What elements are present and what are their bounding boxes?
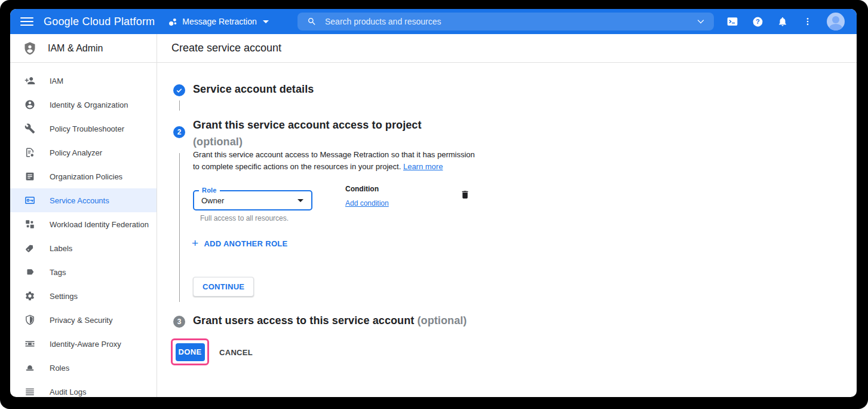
- step2-description: Grant this service account access to Mes…: [193, 149, 475, 173]
- done-button[interactable]: DONE: [176, 343, 205, 361]
- stepper-connector: [179, 153, 180, 302]
- sidebar-item-policy-analyzer[interactable]: Policy Analyzer: [10, 141, 157, 164]
- tag-icon: [24, 267, 35, 277]
- step2-circle: 2: [173, 126, 185, 138]
- role-select-value: Owner: [201, 196, 297, 205]
- subheader-row: IAM & Admin Create service account: [10, 34, 857, 63]
- role-helper-text: Full access to all resources.: [200, 214, 289, 222]
- sidebar-item-iam[interactable]: IAM: [10, 69, 157, 93]
- window-frame: Google Cloud Platform Message Retraction…: [0, 0, 868, 409]
- sidebar-title: IAM & Admin: [48, 43, 103, 54]
- document-lines-icon: [24, 171, 35, 182]
- create-service-account-form: Service account details 2 Grant this ser…: [157, 63, 857, 397]
- more-vert-icon[interactable]: [802, 16, 814, 28]
- project-name: Message Retraction: [182, 17, 257, 26]
- check-circle-icon: [173, 84, 185, 96]
- plus-icon: +: [192, 239, 198, 248]
- trash-icon[interactable]: [460, 189, 470, 200]
- sidebar-item-audit-logs[interactable]: Audit Logs: [10, 380, 157, 397]
- role-select[interactable]: Role Owner: [193, 190, 312, 210]
- sidebar-header: IAM & Admin: [10, 34, 157, 62]
- page-title: Create service account: [171, 42, 281, 54]
- sidebar-item-privacy-security[interactable]: Privacy & Security: [10, 308, 157, 332]
- product-name[interactable]: Google Cloud Platform: [44, 16, 155, 28]
- avatar[interactable]: [827, 13, 845, 30]
- step3-title: Grant users access to this service accou…: [193, 315, 467, 327]
- shield-icon: [24, 315, 35, 325]
- project-icon: [168, 17, 178, 27]
- gear-icon: [24, 291, 35, 301]
- done-button-highlight: DONE: [171, 338, 209, 365]
- role-select-label: Role: [199, 187, 220, 194]
- sidebar-item-service-accounts[interactable]: Service Accounts: [10, 188, 157, 212]
- dropdown-arrow-icon: [297, 199, 303, 202]
- topbar-actions: ?: [726, 9, 857, 34]
- gcp-console: Google Cloud Platform Message Retraction…: [10, 9, 857, 397]
- sidebar-item-tags[interactable]: Tags: [10, 260, 157, 284]
- top-app-bar: Google Cloud Platform Message Retraction…: [10, 9, 857, 34]
- cancel-button[interactable]: CANCEL: [219, 343, 253, 361]
- continue-button[interactable]: CONTINUE: [193, 277, 254, 297]
- sidebar-item-identity-aware-proxy[interactable]: Identity-Aware Proxy: [10, 332, 157, 356]
- proxy-layers-icon: [24, 338, 35, 349]
- person-add-icon: [24, 75, 35, 86]
- menu-icon[interactable]: [20, 17, 33, 26]
- step1-title[interactable]: Service account details: [193, 83, 314, 96]
- project-selector[interactable]: Message Retraction: [168, 17, 269, 27]
- step2-title: Grant this service account access to pro…: [193, 119, 422, 132]
- add-another-role-button[interactable]: + ADD ANOTHER ROLE: [192, 239, 288, 248]
- service-account-key-icon: [24, 195, 35, 206]
- sidebar-item-settings[interactable]: Settings: [10, 284, 157, 308]
- sidebar-item-workload-identity-federation[interactable]: Workload Identity Federation: [10, 212, 157, 236]
- person-circle-icon: [24, 99, 35, 110]
- search-expand-icon[interactable]: [698, 17, 704, 24]
- hat-icon: [24, 362, 35, 373]
- label-icon: [24, 243, 35, 254]
- search-placeholder: Search products and resources: [325, 17, 697, 26]
- step3-optional: (optional): [417, 315, 467, 326]
- add-condition-link[interactable]: Add condition: [345, 199, 389, 207]
- sidebar-item-identity-organization[interactable]: Identity & Organization: [10, 93, 157, 117]
- document-gear-icon: [24, 147, 35, 158]
- help-icon[interactable]: ?: [752, 16, 763, 28]
- chevron-down-icon: [263, 20, 269, 23]
- sidebar-item-roles[interactable]: Roles: [10, 356, 157, 380]
- list-lines-icon: [24, 386, 35, 397]
- shield-person-icon: [23, 41, 37, 56]
- page-header: Create service account: [157, 34, 857, 62]
- sidebar-nav: IAM Identity & Organization Policy Troub…: [10, 63, 157, 397]
- squares-icon: [24, 219, 35, 230]
- notifications-icon[interactable]: [777, 16, 789, 28]
- step3-circle: 3: [173, 316, 185, 328]
- step2-optional: (optional): [193, 136, 243, 148]
- sidebar-item-policy-troubleshooter[interactable]: Policy Troubleshooter: [10, 117, 157, 141]
- condition-label: Condition: [345, 185, 379, 193]
- wrench-icon: [24, 123, 35, 134]
- sidebar-item-labels[interactable]: Labels: [10, 236, 157, 260]
- learn-more-link[interactable]: Learn more: [403, 162, 443, 171]
- search-bar[interactable]: Search products and resources: [297, 13, 714, 30]
- search-icon: [307, 17, 317, 26]
- svg-text:?: ?: [756, 18, 760, 25]
- stepper-connector: [179, 100, 180, 111]
- cloud-shell-icon[interactable]: [726, 16, 738, 28]
- sidebar-item-organization-policies[interactable]: Organization Policies: [10, 164, 157, 188]
